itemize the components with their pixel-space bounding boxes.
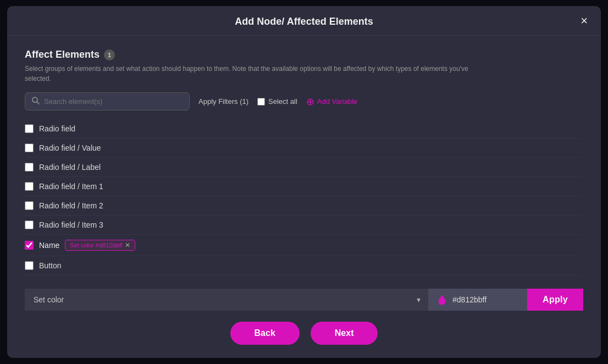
list-item: Button xyxy=(25,256,581,275)
color-dot-icon xyxy=(437,294,447,306)
action-dropdown[interactable]: Set color xyxy=(25,289,73,311)
back-button[interactable]: Back xyxy=(230,322,300,345)
select-all-label: Select all xyxy=(257,97,297,106)
add-variable-label: Add Variable xyxy=(317,97,357,106)
list-item: Radio field / Label xyxy=(25,158,581,177)
element-checkbox-name[interactable] xyxy=(25,241,34,250)
element-label: Radio field / Value xyxy=(39,144,101,152)
element-label: Radio field xyxy=(39,124,75,133)
modal-body: Affect Elements 1 Select groups of eleme… xyxy=(7,36,601,311)
element-checkbox-radio-field-item1[interactable] xyxy=(25,182,34,191)
element-label: Radio field / Item 3 xyxy=(39,220,103,229)
modal-header: Add Node/ Affected Elements × xyxy=(7,6,601,36)
element-label: Radio field / Label xyxy=(39,163,101,172)
action-bar: Set color Apply xyxy=(25,289,583,311)
search-icon xyxy=(32,97,40,106)
element-label: Radio field / Item 1 xyxy=(39,182,103,191)
toolbar: Apply Filters (1) Select all ⊕ Add Varia… xyxy=(25,92,583,111)
modal-overlay: Add Node/ Affected Elements × Affect Ele… xyxy=(0,0,608,364)
search-box xyxy=(25,92,190,111)
element-label: Name xyxy=(39,241,59,250)
section-title-text: Affect Elements xyxy=(25,49,100,60)
svg-point-0 xyxy=(32,97,37,102)
action-select-wrapper: Set color xyxy=(25,289,428,311)
color-hex-input[interactable] xyxy=(452,295,507,304)
element-checkbox-radio-field-label[interactable] xyxy=(25,163,34,172)
close-button[interactable]: × xyxy=(578,13,590,29)
modal-footer: Back Next xyxy=(7,311,601,358)
element-checkbox-radio-field-item2[interactable] xyxy=(25,201,34,210)
element-checkbox-radio-field-value[interactable] xyxy=(25,144,34,152)
modal: Add Node/ Affected Elements × Affect Ele… xyxy=(7,6,601,358)
color-tag: Set color #d812bbff ✕ xyxy=(65,240,135,251)
list-item: Radio field xyxy=(25,119,581,139)
modal-title: Add Node/ Affected Elements xyxy=(235,16,373,27)
section-badge: 1 xyxy=(104,49,115,60)
color-input-wrap xyxy=(428,289,527,311)
list-item: Radio field / Item 3 xyxy=(25,216,581,235)
list-item: NameSet color #d812bbff ✕ xyxy=(25,235,581,256)
apply-filters-button[interactable]: Apply Filters (1) xyxy=(198,97,248,106)
list-item: Radio field / Item 2 xyxy=(25,196,581,216)
plus-icon: ⊕ xyxy=(306,97,314,107)
elements-list-wrapper: Radio fieldRadio field / ValueRadio fiel… xyxy=(25,119,583,284)
select-all-text: Select all xyxy=(268,97,297,106)
element-label: Button xyxy=(39,261,61,270)
svg-line-1 xyxy=(37,102,40,104)
element-label: Radio field / Item 2 xyxy=(39,201,103,210)
elements-list: Radio fieldRadio field / ValueRadio fiel… xyxy=(25,119,583,284)
apply-button[interactable]: Apply xyxy=(527,289,583,311)
section-title: Affect Elements 1 xyxy=(25,49,583,60)
section-description: Select groups of elements and set what a… xyxy=(25,64,476,84)
search-input[interactable] xyxy=(44,97,183,106)
list-item: Radio field / Item 1 xyxy=(25,177,581,196)
list-item: Radio field / Value xyxy=(25,139,581,158)
element-checkbox-radio-field-item3[interactable] xyxy=(25,220,34,229)
select-all-checkbox[interactable] xyxy=(257,98,265,106)
next-button[interactable]: Next xyxy=(311,322,378,345)
add-variable-button[interactable]: ⊕ Add Variable xyxy=(306,97,357,107)
element-checkbox-button[interactable] xyxy=(25,261,34,270)
color-tag-remove[interactable]: ✕ xyxy=(125,241,130,249)
element-checkbox-radio-field[interactable] xyxy=(25,124,34,133)
